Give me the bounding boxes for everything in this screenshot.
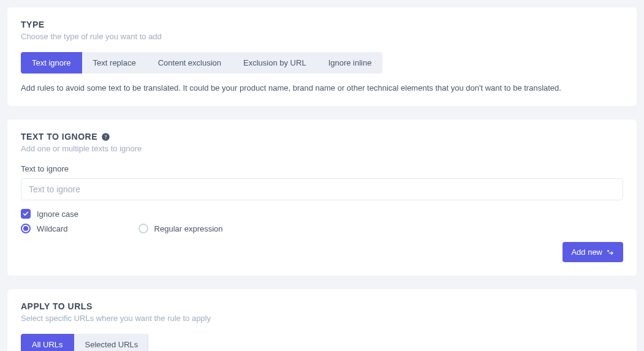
ignore-case-label: Ignore case <box>37 209 78 219</box>
ignore-case-row[interactable]: Ignore case <box>21 209 623 219</box>
text-to-ignore-input[interactable] <box>21 178 623 200</box>
type-tabs: Text ignore Text replace Content exclusi… <box>21 52 382 74</box>
radio-wildcard-label: Wildcard <box>37 224 68 233</box>
tab-text-ignore[interactable]: Text ignore <box>21 52 82 74</box>
radio-unselected-icon <box>138 224 148 233</box>
ignore-title: TEXT TO IGNORE <box>21 132 623 142</box>
ignore-subtitle: Add one or multiple texts to ignore <box>21 144 623 153</box>
tab-exclusion-by-url[interactable]: Exclusion by URL <box>232 52 317 74</box>
urls-tabs: All URLs Selected URLs <box>21 334 149 351</box>
tab-ignore-inline[interactable]: Ignore inline <box>317 52 383 74</box>
add-new-button[interactable]: Add new <box>563 242 623 262</box>
type-subtitle: Choose the type of rule you want to add <box>21 32 623 41</box>
urls-title: APPLY TO URLS <box>21 301 623 311</box>
ignore-title-text: TEXT TO IGNORE <box>21 132 97 142</box>
ignore-field-label: Text to ignore <box>21 164 623 173</box>
apply-to-urls-card: APPLY TO URLS Select specific URLs where… <box>7 289 637 351</box>
type-title: TYPE <box>21 20 623 29</box>
link-plus-icon <box>606 249 615 256</box>
match-mode-radio-group: Wildcard Regular expression <box>21 224 623 233</box>
urls-subtitle: Select specific URLs where you want the … <box>21 314 623 323</box>
radio-regex-label: Regular expression <box>154 224 223 233</box>
help-icon[interactable] <box>101 132 111 142</box>
radio-wildcard[interactable]: Wildcard <box>21 224 68 233</box>
checkbox-icon <box>21 209 31 219</box>
radio-selected-icon <box>21 224 31 233</box>
tab-text-replace[interactable]: Text replace <box>82 52 147 74</box>
radio-regex[interactable]: Regular expression <box>138 224 223 233</box>
type-card: TYPE Choose the type of rule you want to… <box>7 7 637 106</box>
tab-selected-urls[interactable]: Selected URLs <box>74 334 150 351</box>
type-description: Add rules to avoid some text to be trans… <box>21 83 623 92</box>
add-new-label: Add new <box>571 247 602 257</box>
text-to-ignore-card: TEXT TO IGNORE Add one or multiple texts… <box>7 119 637 276</box>
add-button-row: Add new <box>21 242 623 262</box>
tab-all-urls[interactable]: All URLs <box>21 334 74 351</box>
tab-content-exclusion[interactable]: Content exclusion <box>147 52 232 74</box>
